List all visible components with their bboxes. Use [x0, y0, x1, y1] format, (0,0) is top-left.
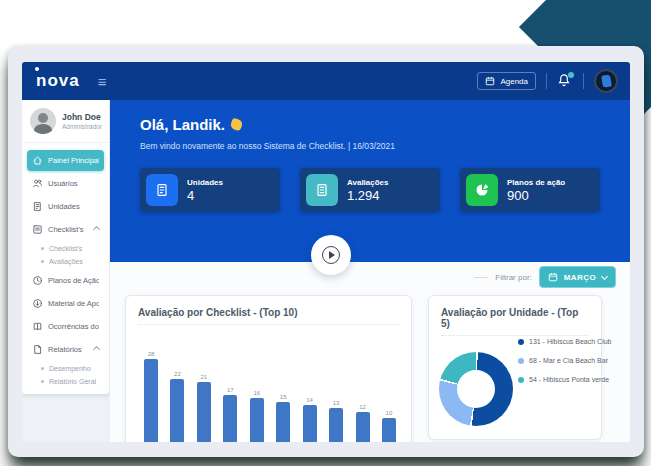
bar-value-label: 12 — [359, 404, 366, 410]
sidebar-subitem[interactable]: Desempenho — [27, 362, 104, 375]
book-icon — [32, 321, 43, 332]
sidebar-subitem[interactable]: Relatório Geral — [27, 375, 104, 388]
sidebar-subitem[interactable]: Checklist's — [27, 242, 104, 255]
legend-dot-icon — [518, 377, 524, 383]
stat-card-avalia-es[interactable]: Avaliações1.294 — [300, 168, 440, 212]
filter-value: MARÇO — [564, 273, 596, 282]
user-avatar[interactable] — [30, 108, 56, 134]
bar-value-label: 28 — [148, 351, 155, 357]
main-content: Olá, Landik. Bem vindo novamente ao noss… — [110, 100, 630, 442]
bar[interactable] — [329, 408, 343, 442]
bar-column: 14 — [301, 397, 319, 442]
sidebar-item-painel-principal[interactable]: Painel Principal — [27, 150, 104, 171]
sidebar-subitem-label: Relatório Geral — [49, 378, 96, 385]
bar[interactable] — [303, 405, 317, 442]
bar[interactable] — [170, 379, 184, 442]
bar-column: 22 — [168, 371, 186, 442]
divider — [441, 335, 589, 336]
bar[interactable] — [250, 398, 264, 442]
bar-column: 16 — [248, 390, 266, 442]
bar-column: 10 — [380, 410, 398, 442]
bar[interactable] — [223, 395, 237, 442]
logo-dot — [35, 67, 39, 71]
calendar-icon — [485, 76, 495, 86]
legend-item[interactable]: 54 - Hibiscus Ponta verde — [518, 376, 612, 383]
bar-value-label: 17 — [227, 387, 234, 393]
agenda-button[interactable]: Agenda — [477, 72, 536, 90]
donut-chart-card: Avaliação por Unidade - (Top 5) 131 - Hi… — [428, 295, 602, 440]
sidebar-item-label: Planos de Ação — [48, 276, 99, 285]
stat-value: 4 — [187, 188, 223, 203]
chevron-down-icon — [601, 272, 608, 279]
sidebar-item-relatorios[interactable]: Relatórios — [27, 339, 104, 360]
download-circle-icon — [32, 298, 43, 309]
bar[interactable] — [197, 382, 211, 442]
bar-value-label: 22 — [174, 371, 181, 377]
play-button[interactable] — [311, 235, 351, 275]
sidebar-card: John Doe Administrador Painel PrincipalU… — [22, 100, 110, 394]
notification-badge — [568, 72, 574, 78]
sidebar-subitem-label: Checklist's — [49, 245, 82, 252]
legend-label: 68 - Mar e Cia Beach Bar — [529, 357, 608, 364]
stat-card-unidades[interactable]: Unidades4 — [140, 168, 280, 212]
evaluations-icon — [306, 174, 338, 206]
top-navbar: nova ≡ Agenda — [22, 62, 630, 100]
sidebar-item-unidades[interactable]: Unidades — [27, 196, 104, 217]
chevron-up-icon — [93, 226, 100, 233]
units-icon — [146, 174, 178, 206]
sidebar-item-material-de-apoio[interactable]: Material de Apoio — [27, 293, 104, 314]
bar-column: 21 — [195, 374, 213, 442]
sidebar-item-label: Checklist's — [48, 225, 84, 234]
bar-column: 15 — [274, 394, 292, 442]
bar[interactable] — [144, 359, 158, 442]
notifications-button[interactable] — [557, 73, 573, 89]
greeting: Olá, Landik. — [140, 116, 242, 133]
navbar-actions: Agenda — [477, 69, 618, 93]
sidebar-item-ocorrencias-do-dia[interactable]: Ocorrências do dia — [27, 316, 104, 337]
sidebar-subitem[interactable]: Avaliações — [27, 255, 104, 268]
bar-column: 13 — [327, 400, 345, 442]
brand-logo: nova — [36, 71, 80, 91]
donut-chart-title: Avaliação por Unidade - (Top 5) — [429, 296, 601, 335]
legend-dot-icon — [518, 339, 524, 345]
user-profile: John Doe Administrador — [22, 100, 109, 143]
sidebar-subitem-label: Avaliações — [49, 258, 83, 265]
stat-value: 900 — [507, 188, 565, 203]
sidebar-item-checklists[interactable]: Checklist's — [27, 219, 104, 240]
page-background: nova ≡ Agenda — [0, 0, 651, 466]
divider — [138, 324, 399, 325]
users-icon — [32, 178, 43, 189]
calendar-icon — [548, 272, 558, 282]
sidebar-item-planos-de-acao[interactable]: Planos de Ação — [27, 270, 104, 291]
filter-row: Filtrar por: MARÇO — [474, 266, 616, 288]
sidebar-item-usuarios[interactable]: Usuários — [27, 173, 104, 194]
bar-value-label: 16 — [253, 390, 260, 396]
bar-column: 12 — [354, 404, 372, 442]
welcome-subtitle: Bem vindo novamente ao nosso Sistema de … — [140, 141, 395, 151]
legend-item[interactable]: 68 - Mar e Cia Beach Bar — [518, 357, 612, 364]
divider — [583, 73, 584, 89]
bar-column: 17 — [221, 387, 239, 442]
bullet-icon — [41, 260, 44, 263]
bar[interactable] — [382, 418, 396, 442]
bar-chart-card: Avaliação por Checklist - (Top 10) 28222… — [125, 295, 412, 442]
app-viewport: nova ≡ Agenda — [22, 62, 630, 442]
donut-legend: 131 - Hibiscus Beach Club68 - Mar e Cia … — [518, 338, 612, 383]
account-avatar[interactable] — [594, 69, 618, 93]
hamburger-menu-icon[interactable]: ≡ — [98, 74, 107, 89]
bar-value-label: 15 — [280, 394, 287, 400]
stat-label: Unidades — [187, 178, 223, 187]
app-window: nova ≡ Agenda — [8, 46, 644, 457]
stat-card-planos-de-a-o[interactable]: Planos de ação900 — [460, 168, 600, 212]
sidebar-item-label: Usuários — [48, 179, 78, 188]
bar[interactable] — [356, 412, 370, 442]
legend-item[interactable]: 131 - Hibiscus Beach Club — [518, 338, 612, 345]
divider — [474, 277, 488, 278]
building-icon — [32, 201, 43, 212]
user-role: Administrador — [62, 123, 102, 130]
wave-emoji — [230, 118, 244, 132]
sidebar: John Doe Administrador Painel PrincipalU… — [22, 100, 110, 442]
bar[interactable] — [276, 402, 290, 442]
sidebar-subitem-label: Desempenho — [49, 365, 91, 372]
month-filter-dropdown[interactable]: MARÇO — [539, 266, 616, 288]
